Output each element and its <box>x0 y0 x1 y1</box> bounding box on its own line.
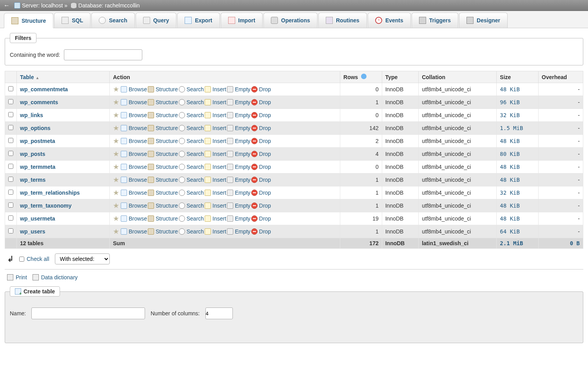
drop-link[interactable]: Drop <box>251 125 271 131</box>
structure-link[interactable]: Structure <box>148 138 178 144</box>
browse-link[interactable]: Browse <box>121 125 147 131</box>
tab-designer[interactable]: Designer <box>459 13 508 28</box>
filter-input[interactable] <box>64 49 142 60</box>
tab-search[interactable]: Search <box>91 13 135 28</box>
empty-link[interactable]: Empty <box>227 151 250 157</box>
tab-import[interactable]: Import <box>221 13 263 28</box>
table-name-link[interactable]: wp_comments <box>20 99 58 105</box>
search-link[interactable]: Search <box>179 151 204 157</box>
table-name-link[interactable]: wp_users <box>20 228 45 235</box>
structure-link[interactable]: Structure <box>148 99 178 105</box>
structure-link[interactable]: Structure <box>148 190 178 196</box>
table-name-link[interactable]: wp_terms <box>20 177 45 183</box>
empty-link[interactable]: Empty <box>227 190 250 196</box>
row-checkbox[interactable] <box>8 177 13 182</box>
search-link[interactable]: Search <box>179 203 204 209</box>
star-icon[interactable]: ★ <box>113 227 119 236</box>
star-icon[interactable]: ★ <box>113 85 119 94</box>
row-checkbox[interactable] <box>8 190 13 195</box>
search-link[interactable]: Search <box>179 228 204 235</box>
drop-link[interactable]: Drop <box>251 177 271 183</box>
structure-link[interactable]: Structure <box>148 125 178 131</box>
row-checkbox[interactable] <box>8 203 13 208</box>
insert-link[interactable]: Insert <box>205 151 226 157</box>
insert-link[interactable]: Insert <box>205 112 226 118</box>
insert-link[interactable]: Insert <box>205 203 226 209</box>
structure-link[interactable]: Structure <box>148 177 178 183</box>
browse-link[interactable]: Browse <box>121 177 147 183</box>
star-icon[interactable]: ★ <box>113 214 119 223</box>
tab-query[interactable]: Query <box>136 13 176 28</box>
star-icon[interactable]: ★ <box>113 201 119 210</box>
browse-link[interactable]: Browse <box>121 203 147 209</box>
drop-link[interactable]: Drop <box>251 112 271 118</box>
empty-link[interactable]: Empty <box>227 177 250 183</box>
star-icon[interactable]: ★ <box>113 137 119 145</box>
structure-link[interactable]: Structure <box>148 86 178 92</box>
drop-link[interactable]: Drop <box>251 86 271 92</box>
insert-link[interactable]: Insert <box>205 99 226 105</box>
empty-link[interactable]: Empty <box>227 138 250 144</box>
tab-events[interactable]: Events <box>368 13 411 28</box>
search-link[interactable]: Search <box>179 125 204 131</box>
empty-link[interactable]: Empty <box>227 215 250 222</box>
drop-link[interactable]: Drop <box>251 164 271 170</box>
check-all-link[interactable]: Check all <box>27 256 49 262</box>
tab-routines[interactable]: Routines <box>318 13 367 28</box>
browse-link[interactable]: Browse <box>121 151 147 157</box>
server-link[interactable]: localhost <box>41 2 63 9</box>
structure-link[interactable]: Structure <box>148 151 178 157</box>
search-link[interactable]: Search <box>179 190 204 196</box>
empty-link[interactable]: Empty <box>227 112 250 118</box>
table-name-link[interactable]: wp_commentmeta <box>20 86 68 92</box>
search-link[interactable]: Search <box>179 164 204 170</box>
search-link[interactable]: Search <box>179 99 204 105</box>
insert-link[interactable]: Insert <box>205 125 226 131</box>
database-link[interactable]: rachelmccollin <box>105 2 140 9</box>
tab-structure[interactable]: Structure <box>4 13 53 28</box>
search-link[interactable]: Search <box>179 138 204 144</box>
table-name-link[interactable]: wp_options <box>20 125 51 131</box>
row-checkbox[interactable] <box>8 164 13 169</box>
empty-link[interactable]: Empty <box>227 203 250 209</box>
insert-link[interactable]: Insert <box>205 164 226 170</box>
create-cols-input[interactable] <box>205 308 233 319</box>
insert-link[interactable]: Insert <box>205 177 226 183</box>
search-link[interactable]: Search <box>179 112 204 118</box>
row-checkbox[interactable] <box>8 112 13 117</box>
empty-link[interactable]: Empty <box>227 228 250 235</box>
row-checkbox[interactable] <box>8 151 13 156</box>
browse-link[interactable]: Browse <box>121 228 147 235</box>
drop-link[interactable]: Drop <box>251 99 271 105</box>
empty-link[interactable]: Empty <box>227 125 250 131</box>
drop-link[interactable]: Drop <box>251 203 271 209</box>
table-name-link[interactable]: wp_usermeta <box>20 215 55 222</box>
star-icon[interactable]: ★ <box>113 163 119 171</box>
browse-link[interactable]: Browse <box>121 112 147 118</box>
table-name-link[interactable]: wp_links <box>20 112 43 118</box>
drop-link[interactable]: Drop <box>251 228 271 235</box>
row-checkbox[interactable] <box>8 99 13 104</box>
insert-link[interactable]: Insert <box>205 138 226 144</box>
tab-operations[interactable]: Operations <box>263 13 318 28</box>
empty-link[interactable]: Empty <box>227 164 250 170</box>
star-icon[interactable]: ★ <box>113 111 119 119</box>
bulk-action-select[interactable]: With selected: <box>55 253 110 264</box>
tab-triggers[interactable]: Triggers <box>412 13 458 28</box>
star-icon[interactable]: ★ <box>113 124 119 132</box>
drop-link[interactable]: Drop <box>251 190 271 196</box>
print-link[interactable]: Print <box>7 274 27 280</box>
empty-link[interactable]: Empty <box>227 86 250 92</box>
star-icon[interactable]: ★ <box>113 150 119 158</box>
create-name-input[interactable] <box>31 308 145 319</box>
check-all-checkbox[interactable] <box>19 257 24 262</box>
drop-link[interactable]: Drop <box>251 215 271 222</box>
table-name-link[interactable]: wp_postmeta <box>20 138 55 144</box>
browse-link[interactable]: Browse <box>121 190 147 196</box>
empty-link[interactable]: Empty <box>227 99 250 105</box>
structure-link[interactable]: Structure <box>148 228 178 235</box>
insert-link[interactable]: Insert <box>205 215 226 222</box>
structure-link[interactable]: Structure <box>148 112 178 118</box>
structure-link[interactable]: Structure <box>148 203 178 209</box>
data-dictionary-link[interactable]: Data dictionary <box>33 274 78 280</box>
